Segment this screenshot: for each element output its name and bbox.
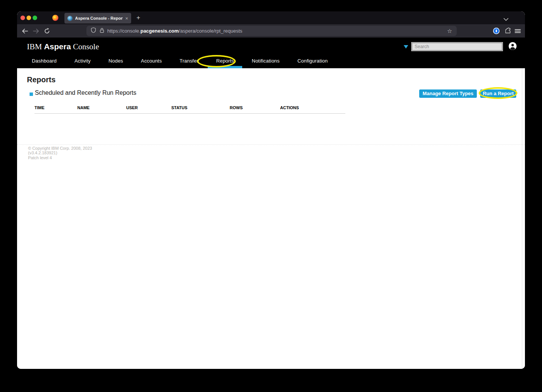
browser-toolbar: https://console.pacgenesis.com/aspera/co… bbox=[17, 24, 525, 38]
menu-hamburger-icon[interactable] bbox=[515, 29, 521, 33]
column-header-rows: ROWS bbox=[230, 105, 280, 110]
copyright-footer: © Copyright IBM Corp. 2008, 2023 (v3.4.2… bbox=[17, 144, 525, 160]
nav-tab-activity[interactable]: Activity bbox=[74, 58, 91, 68]
nav-tab-dashboard[interactable]: Dashboard bbox=[32, 58, 56, 68]
window-minimize-button[interactable] bbox=[27, 16, 31, 20]
aspera-favicon-icon bbox=[67, 16, 72, 21]
page-title: Reports bbox=[27, 75, 56, 84]
nav-tab-nodes[interactable]: Nodes bbox=[108, 58, 123, 68]
window-zoom-button[interactable] bbox=[33, 16, 37, 20]
section-title: Scheduled and Recently Run Reports bbox=[35, 89, 136, 96]
footer-patch-level: Patch level 4 bbox=[28, 155, 525, 160]
firefox-icon bbox=[52, 15, 58, 21]
nav-tab-reports[interactable]: Reports bbox=[216, 58, 234, 68]
lock-icon[interactable] bbox=[100, 28, 104, 34]
page-content: Reports Scheduled and Recently Run Repor… bbox=[17, 68, 525, 369]
url-text: https://console.pacgenesis.com/aspera/co… bbox=[107, 28, 242, 34]
section-bullet-icon bbox=[30, 93, 33, 96]
search-scope-dropdown-icon[interactable] bbox=[404, 45, 408, 49]
main-nav: Dashboard Activity Nodes Accounts Transf… bbox=[32, 58, 328, 68]
footer-copyright: © Copyright IBM Corp. 2008, 2023 bbox=[28, 146, 525, 151]
tab-close-icon[interactable]: × bbox=[125, 16, 128, 21]
desktop-background: Aspera Console - Reports × + bbox=[0, 0, 542, 392]
browser-tab-bar: Aspera Console - Reports × + bbox=[17, 11, 525, 24]
tab-list-chevron-icon[interactable] bbox=[503, 16, 509, 23]
app-logo: IBM Aspera Console bbox=[27, 42, 99, 52]
user-avatar-icon[interactable] bbox=[509, 42, 517, 50]
extensions-puzzle-icon[interactable] bbox=[504, 27, 511, 36]
column-header-actions: ACTIONS bbox=[280, 105, 345, 110]
search-input[interactable] bbox=[412, 42, 503, 51]
url-bar[interactable]: https://console.pacgenesis.com/aspera/co… bbox=[86, 26, 457, 36]
column-header-user: USER bbox=[126, 105, 171, 110]
manage-report-types-button[interactable]: Manage Report Types bbox=[419, 89, 477, 98]
run-a-report-button[interactable]: Run a Report bbox=[480, 89, 516, 98]
new-tab-button[interactable]: + bbox=[135, 14, 142, 22]
footer-version: (v3.4.2.183921) bbox=[28, 151, 525, 155]
browser-window: Aspera Console - Reports × + bbox=[17, 11, 525, 369]
column-header-status: STATUS bbox=[171, 105, 230, 110]
back-icon[interactable] bbox=[22, 28, 28, 34]
bookmark-star-icon[interactable]: ☆ bbox=[447, 28, 452, 34]
tab-title: Aspera Console - Reports bbox=[75, 16, 123, 20]
nav-tab-configuration[interactable]: Configuration bbox=[298, 58, 328, 68]
browser-tab[interactable]: Aspera Console - Reports × bbox=[64, 13, 131, 24]
nav-tab-notifications[interactable]: Notifications bbox=[252, 58, 279, 68]
nav-tab-accounts[interactable]: Accounts bbox=[141, 58, 162, 68]
column-header-time: TIME bbox=[34, 105, 77, 110]
onepassword-extension-icon[interactable] bbox=[493, 28, 500, 34]
reports-table: TIME NAME USER STATUS ROWS ACTIONS bbox=[34, 105, 345, 114]
tracking-shield-icon[interactable] bbox=[91, 27, 96, 34]
content-right-divider bbox=[522, 68, 522, 369]
window-close-button[interactable] bbox=[20, 16, 25, 20]
app-header: IBM Aspera Console Dashboard Activity No… bbox=[17, 38, 525, 68]
nav-tab-transfer[interactable]: Transfer bbox=[180, 58, 199, 68]
reports-table-header: TIME NAME USER STATUS ROWS ACTIONS bbox=[34, 105, 345, 114]
reload-icon[interactable] bbox=[44, 28, 50, 34]
forward-icon[interactable] bbox=[33, 28, 39, 34]
column-header-name: NAME bbox=[77, 105, 126, 110]
